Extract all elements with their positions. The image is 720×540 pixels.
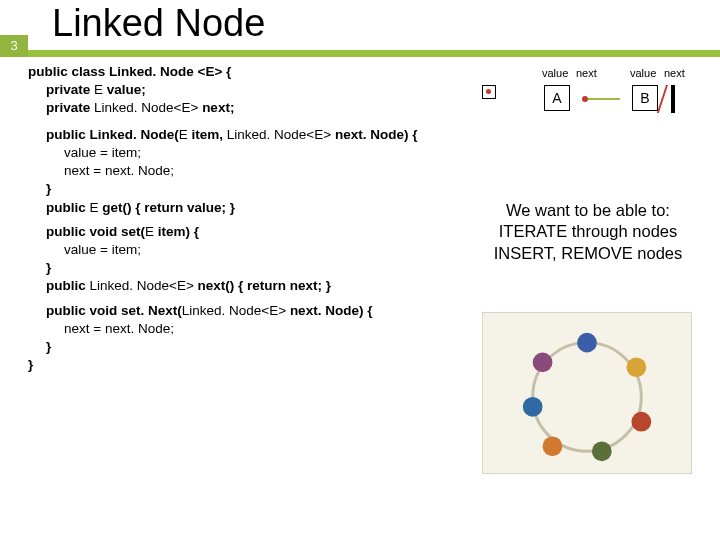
method-setnext-signature: public void set. Next(Linked. Node<E> ne… [28,302,448,320]
node-a-value-box: A [544,85,570,111]
method-set-signature: public void set(E item) { [28,223,448,241]
goals-line-2: ITERATE through nodes [464,221,712,242]
constructor-body-2: next = next. Node; [28,162,448,180]
field-value: private E value; [28,81,448,99]
method-next: public Linked. Node<E> next() { return n… [28,277,448,295]
svg-point-7 [533,353,553,373]
node-b-labels: valuenext [630,67,688,79]
slide-number-badge: 3 [0,35,28,57]
dot-icon [486,89,491,94]
goals-line-3: INSERT, REMOVE nodes [464,243,712,264]
class-declaration: public class Linked. Node <E> { [28,63,448,81]
brace-close-2: } [28,259,448,277]
method-setnext-body: next = next. Node; [28,320,448,338]
goals-text: We want to be able to: ITERATE through n… [464,200,712,264]
svg-point-2 [627,357,647,377]
method-set-body: value = item; [28,241,448,259]
method-get: public E get() { return value; } [28,199,448,217]
title-underline [28,50,720,57]
brace-close-class: } [28,356,448,374]
svg-point-4 [592,441,612,461]
svg-point-1 [577,333,597,353]
goals-line-1: We want to be able to: [464,200,712,221]
node-b-value-box: B [632,85,658,111]
empty-node-box [482,85,496,99]
node-a-labels: valuenext [542,67,600,79]
brace-close-3: } [28,338,448,356]
svg-point-6 [523,397,543,417]
svg-point-5 [543,436,563,456]
linked-node-diagram: valuenext A valuenext B [468,63,708,133]
field-next: private Linked. Node<E> next; [28,99,448,117]
constructor-signature: public Linked. Node(E item, Linked. Node… [28,126,448,144]
brace-close-1: } [28,180,448,198]
null-terminator-icon [668,85,678,113]
slide-title: Linked Node [52,2,265,45]
svg-point-3 [631,412,651,432]
constructor-body-1: value = item; [28,144,448,162]
arrow-icon [588,98,620,100]
people-circle-image [482,312,692,474]
code-block: public class Linked. Node <E> { private … [28,63,448,375]
